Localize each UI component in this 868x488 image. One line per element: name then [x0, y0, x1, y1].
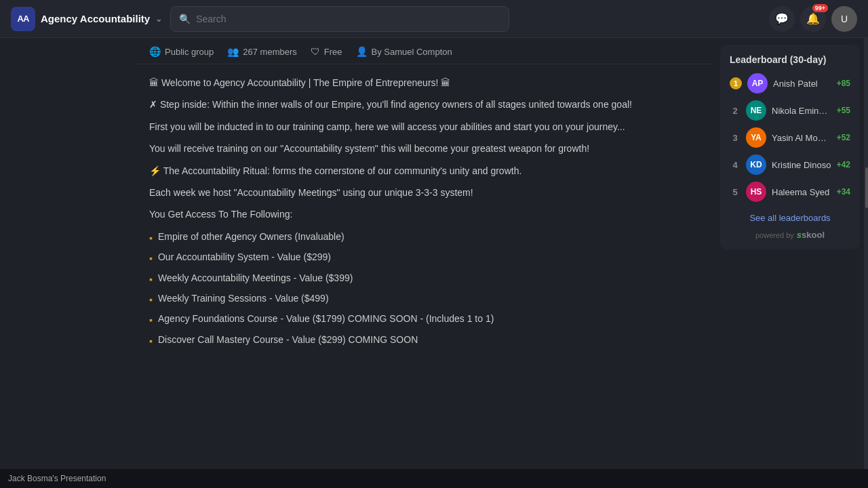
public-label: Public group [165, 47, 214, 57]
lb-points-3: +52 [837, 133, 850, 142]
see-all-leaderboards[interactable]: See all leaderboards [730, 209, 850, 223]
lb-name-3: Yasin Al Mohan... [772, 133, 831, 143]
lb-name-4: Kristine Dinoso [772, 160, 831, 170]
scrollbar[interactable] [864, 38, 868, 469]
group-header: 🌐 Public group 👥 267 members 🛡 Free 👤 By… [136, 38, 712, 64]
leaderboard-row-3: 3 YA Yasin Al Mohan... +52 [730, 127, 850, 148]
notification-badge: 99+ [812, 4, 828, 12]
post-meetings: Each week we host "Accountability Meetin… [149, 185, 698, 200]
author-label: By Samuel Compton [372, 47, 452, 57]
leaderboard-row-5: 5 HS Haleema Syed +34 [730, 182, 850, 202]
brand-name: Agency Accountability [41, 13, 150, 24]
lb-rank-3: 3 [730, 133, 741, 143]
bullet-icon: ▪ [149, 272, 153, 287]
brand-icon: AA [11, 7, 35, 31]
members-label: 267 members [243, 47, 296, 57]
lb-name-1: Anish Patel [773, 79, 831, 89]
leaderboard-title: Leaderboard (30-day) [730, 54, 850, 65]
lb-avatar-4: KD [746, 155, 766, 175]
lb-name-5: Haleema Syed [772, 187, 831, 197]
leaderboard-row-4: 4 KD Kristine Dinoso +42 [730, 155, 850, 175]
main-layout: 🌐 Public group 👥 267 members 🛡 Free 👤 By… [0, 38, 868, 488]
list-item-text: Empire of other Agency Owners (Invaluabl… [158, 229, 344, 244]
list-item: ▪ Our Accountability System - Value ($29… [149, 249, 698, 266]
post-para1: First you will be inducted in to our tra… [149, 119, 698, 134]
status-bar: Jack Bosma's Presentation [0, 469, 868, 488]
list-item: ▪ Empire of other Agency Owners (Invalua… [149, 229, 698, 245]
lb-rank-2: 2 [730, 106, 741, 116]
lb-points-1: +85 [837, 79, 850, 88]
lb-rank-4: 4 [730, 160, 741, 170]
brand-logo[interactable]: AA Agency Accountability ⌄ [11, 7, 162, 31]
status-text: Jack Bosma's Presentation [8, 474, 106, 483]
bullet-icon: ▪ [149, 312, 153, 327]
list-item: ▪ Weekly Training Sessions - Value ($499… [149, 291, 698, 307]
list-item: ▪ Agency Foundations Course - Value ($17… [149, 311, 698, 327]
leaderboard-card: Leaderboard (30-day) 1 AP Anish Patel +8… [720, 45, 860, 249]
right-sidebar: Leaderboard (30-day) 1 AP Anish Patel +8… [712, 38, 868, 488]
avatar-initial: U [841, 14, 848, 24]
list-item: ▪ Weekly Accountability Meetings - Value… [149, 270, 698, 287]
leaderboard-row-1: 1 AP Anish Patel +85 [730, 73, 850, 94]
lb-rank-5: 5 [730, 187, 741, 197]
lb-avatar-2: NE [746, 100, 766, 121]
skool-brand: sskool [797, 230, 825, 240]
lb-avatar-1: AP [747, 73, 768, 94]
lb-points-2: +55 [837, 106, 850, 115]
lb-points-5: +34 [837, 187, 850, 197]
members-icon: 👥 [227, 46, 239, 57]
rank-badge-1: 1 [730, 77, 742, 89]
topbar: AA Agency Accountability ⌄ 🔍 💬 🔔 99+ U [0, 0, 868, 38]
lb-avatar-5: HS [746, 182, 766, 202]
members-meta: 👥 267 members [227, 46, 296, 57]
search-input[interactable] [196, 14, 500, 24]
list-item-text: Weekly Accountability Meetings - Value (… [158, 270, 353, 285]
bell-icon: 🔔 [806, 12, 820, 25]
chat-button[interactable]: 💬 [769, 6, 795, 32]
topbar-right: 💬 🔔 99+ U [769, 6, 857, 32]
leaderboard-row-2: 2 NE Nikola Eminoski +55 [730, 100, 850, 121]
post-body: 🏛 Welcome to Agency Accountability | The… [136, 64, 712, 363]
lb-points-4: +42 [837, 160, 850, 169]
list-item-text: Agency Foundations Course - Value ($1799… [158, 311, 494, 326]
bullet-icon: ▪ [149, 292, 153, 307]
free-meta: 🛡 Free [311, 46, 342, 57]
chevron-down-icon[interactable]: ⌄ [155, 14, 162, 24]
powered-by: powered by sskool [730, 230, 850, 240]
public-group-meta: 🌐 Public group [149, 46, 214, 57]
post-para2: You will receive training on our "Accoun… [149, 141, 698, 156]
post-intro: 🏛 Welcome to Agency Accountability | The… [149, 75, 698, 90]
chat-icon: 💬 [775, 12, 789, 25]
post-tagline: ✗ Step inside: Within the inner walls of… [149, 97, 698, 112]
list-item-text: Our Accountability System - Value ($299) [158, 249, 331, 264]
bullet-icon: ▪ [149, 230, 153, 245]
list-item: ▪ Discover Call Mastery Course - Value (… [149, 332, 698, 348]
free-icon: 🛡 [311, 46, 320, 57]
content-area: 🌐 Public group 👥 267 members 🛡 Free 👤 By… [136, 38, 712, 488]
search-icon: 🔍 [179, 14, 191, 24]
scroll-thumb [865, 167, 868, 208]
left-sidebar [0, 38, 136, 488]
public-icon: 🌐 [149, 46, 161, 57]
notifications-button[interactable]: 🔔 99+ [800, 6, 826, 32]
post-ritual: ⚡ The Accountability Ritual: forms the c… [149, 163, 698, 178]
search-bar: 🔍 [170, 6, 509, 32]
bullet-icon: ▪ [149, 251, 153, 266]
author-icon: 👤 [356, 46, 368, 57]
list-item-text: Discover Call Mastery Course - Value ($2… [158, 332, 418, 347]
post-access-header: You Get Access To The Following: [149, 207, 698, 222]
powered-by-text: powered by [755, 231, 794, 239]
free-label: Free [324, 47, 342, 57]
user-avatar[interactable]: U [831, 6, 857, 32]
author-meta: 👤 By Samuel Compton [356, 46, 452, 57]
list-item-text: Weekly Training Sessions - Value ($499) [158, 291, 329, 306]
lb-name-2: Nikola Eminoski [772, 106, 831, 116]
bullet-icon: ▪ [149, 333, 153, 348]
lb-avatar-3: YA [746, 127, 766, 148]
